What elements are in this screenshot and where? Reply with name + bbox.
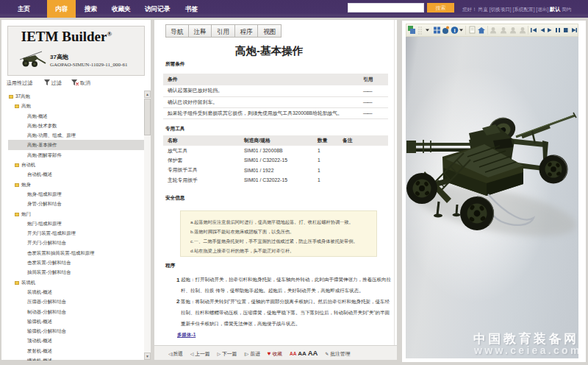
svg-text:i: i bbox=[453, 27, 455, 34]
